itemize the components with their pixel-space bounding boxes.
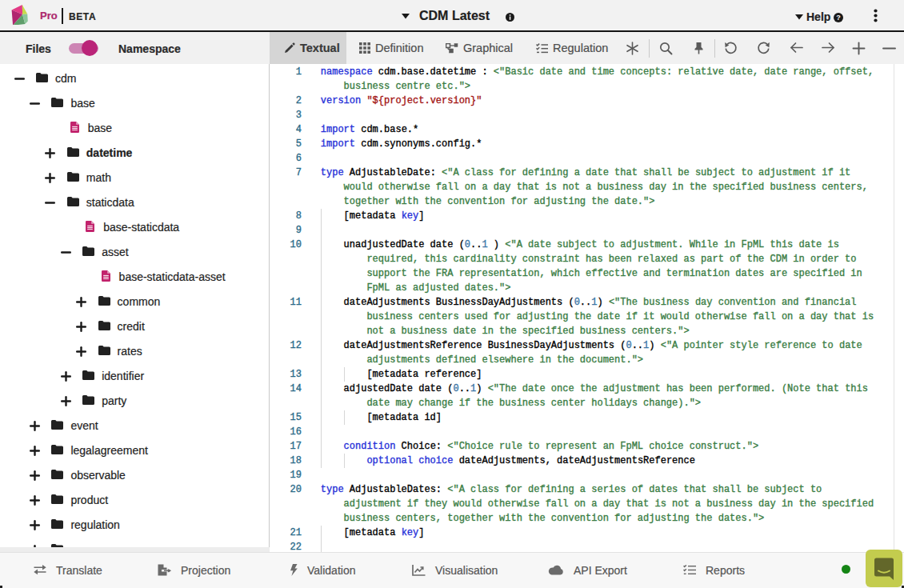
svg-text:?: ? [836, 14, 841, 22]
